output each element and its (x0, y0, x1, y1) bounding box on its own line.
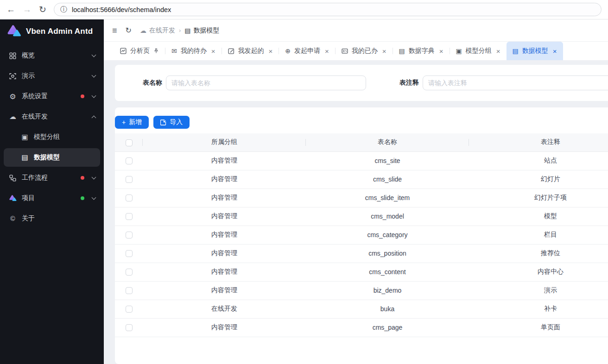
field-label: 表名称 (122, 79, 162, 87)
tab-label: 分析页 (130, 47, 150, 55)
cell-group: 内容管理 (143, 281, 306, 300)
close-icon[interactable]: × (269, 48, 273, 55)
column-header-group[interactable]: 所属分组 (143, 133, 306, 151)
column-header-table-comment[interactable]: 表注释 (469, 133, 608, 151)
tab-data-dictionary[interactable]: ▤ 数据字典 × (393, 42, 450, 60)
row-checkbox[interactable] (126, 306, 133, 313)
row-checkbox[interactable] (126, 176, 133, 183)
table-row[interactable]: 内容管理 cms_slide_item 幻灯片子项 (115, 188, 608, 207)
table-row[interactable]: 内容管理 cms_category 栏目 (115, 226, 608, 244)
breadcrumb-online-dev[interactable]: ☁ 在线开发 (140, 26, 175, 35)
sidebar-item-online-dev[interactable]: ☁ 在线开发 (4, 107, 100, 126)
row-checkbox[interactable] (126, 324, 133, 331)
tab-start-request[interactable]: ⊕ 发起申请 × (279, 42, 335, 60)
url-text[interactable]: localhost:5666/dev/schema/index (72, 6, 171, 13)
browser-back-icon[interactable]: ← (6, 5, 15, 14)
table-row[interactable]: 内容管理 cms_site 站点 (115, 151, 608, 170)
sidebar-item-label: 概览 (22, 51, 35, 60)
cell-group: 内容管理 (143, 188, 306, 207)
browser-refresh-icon[interactable]: ↻ (39, 5, 46, 14)
cell-group: 内容管理 (143, 226, 306, 244)
sidebar-item-about[interactable]: © 关于 (4, 209, 100, 228)
id-card-icon (342, 48, 348, 54)
sidebar-item-overview[interactable]: 概览 (4, 46, 100, 65)
close-icon[interactable]: × (553, 48, 557, 55)
table-row[interactable]: 内容管理 cms_position 推荐位 (115, 244, 608, 263)
tab-model-group[interactable]: ▣ 模型分组 × (450, 42, 507, 60)
import-icon (160, 119, 166, 126)
sidebar-item-model-group[interactable]: ▣ 模型分组 (4, 128, 100, 146)
scan-icon (8, 73, 17, 80)
table-name-input[interactable] (166, 75, 366, 90)
cell-group: 内容管理 (143, 151, 306, 170)
plus-icon: + (122, 119, 126, 126)
table-row[interactable]: 在线开发 buka 补卡 (115, 300, 608, 318)
breadcrumb-data-model[interactable]: ▤ 数据模型 (184, 26, 219, 35)
cell-table-name: cms_model (306, 207, 469, 226)
sidebar-item-system-settings[interactable]: ⚙ 系统设置 (4, 87, 100, 106)
sidebar-item-workflow[interactable]: 工作流程 (4, 169, 100, 187)
red-badge-dot (81, 176, 84, 180)
close-icon[interactable]: × (211, 48, 215, 55)
tab-analysis[interactable]: 分析页 (114, 42, 165, 60)
import-button[interactable]: 导入 (153, 116, 190, 129)
add-button-label: 新增 (129, 118, 142, 126)
table-row[interactable]: 内容管理 cms_page 单页面 (115, 318, 608, 337)
site-info-icon[interactable]: ⓘ (60, 5, 67, 14)
cell-group: 在线开发 (143, 300, 306, 318)
gear-icon: ⚙ (8, 92, 17, 101)
cell-table-comment: 单页面 (469, 318, 608, 337)
mail-icon: ✉ (171, 47, 177, 55)
cell-table-comment: 内容中心 (469, 263, 608, 281)
group-icon: ▣ (20, 133, 29, 141)
add-button[interactable]: + 新增 (115, 116, 149, 129)
table-name-field: 表名称 (122, 75, 366, 90)
close-icon[interactable]: × (439, 48, 443, 55)
cell-group: 内容管理 (143, 244, 306, 263)
sidebar-item-demo[interactable]: 演示 (4, 67, 100, 85)
cell-table-name: cms_position (306, 244, 469, 263)
tab-my-done[interactable]: 我的已办 × (336, 42, 393, 60)
tab-my-initiated[interactable]: 我发起的 × (222, 42, 279, 60)
chevron-down-icon (92, 94, 96, 98)
table-row[interactable]: 内容管理 cms_content 内容中心 (115, 263, 608, 281)
row-checkbox[interactable] (126, 213, 133, 220)
hamburger-menu-icon[interactable]: ≡ (112, 26, 117, 35)
page-refresh-icon[interactable]: ↻ (126, 27, 132, 34)
table-row[interactable]: 内容管理 biz_demo 演示 (115, 281, 608, 300)
select-all-checkbox[interactable] (126, 139, 133, 146)
sidebar: Vben Admin Antd 概览 (0, 19, 104, 364)
browser-forward-icon[interactable]: → (23, 5, 32, 14)
sidebar-item-project[interactable]: 项目 (4, 189, 100, 207)
column-header-table-name[interactable]: 表名称 (306, 133, 469, 151)
field-label: 表注释 (379, 79, 419, 87)
table-icon: ▤ (399, 47, 405, 55)
table-row[interactable]: 内容管理 cms_slide 幻灯片 (115, 170, 608, 188)
sidebar-item-label: 模型分组 (34, 133, 60, 141)
row-checkbox[interactable] (126, 195, 133, 201)
row-checkbox[interactable] (126, 269, 133, 276)
chevron-down-icon (92, 53, 96, 57)
table-toolbar: + 新增 导入 (115, 116, 608, 129)
pin-icon[interactable] (153, 48, 159, 54)
app-logo[interactable]: Vben Admin Antd (0, 19, 104, 44)
row-checkbox[interactable] (126, 250, 133, 257)
close-icon[interactable]: × (496, 48, 500, 55)
tab-my-todo[interactable]: ✉ 我的待办 × (165, 42, 222, 60)
tab-label: 发起申请 (294, 47, 320, 55)
row-checkbox[interactable] (126, 157, 133, 164)
address-bar[interactable]: ⓘ localhost:5666/dev/schema/index (54, 3, 602, 16)
tab-data-model[interactable]: ▤ 数据模型 × (507, 42, 563, 60)
table-row[interactable]: 内容管理 cms_model 模型 (115, 207, 608, 226)
close-icon[interactable]: × (382, 48, 386, 55)
table-comment-input[interactable] (423, 75, 608, 90)
table-icon: ▤ (184, 27, 190, 34)
cell-table-comment: 幻灯片子项 (469, 188, 608, 207)
sidebar-item-data-model[interactable]: ▤ 数据模型 (4, 148, 100, 167)
vben-logo-icon (7, 25, 21, 38)
grid-icon (8, 52, 17, 59)
close-icon[interactable]: × (325, 48, 329, 55)
cell-table-name: buka (306, 300, 469, 318)
row-checkbox[interactable] (126, 287, 133, 294)
row-checkbox[interactable] (126, 232, 133, 238)
